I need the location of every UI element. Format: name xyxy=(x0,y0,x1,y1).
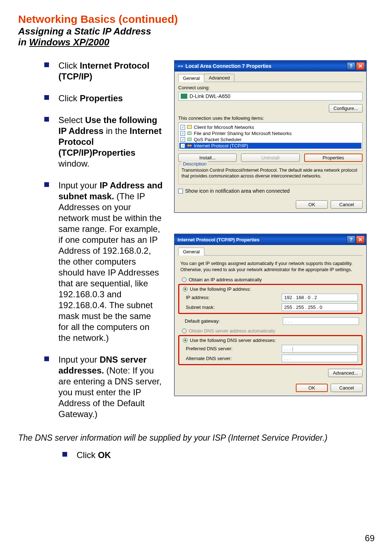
radio-label: Obtain DNS server address automatically xyxy=(189,328,275,334)
radio-label: Use the following DNS server addresses: xyxy=(190,338,276,343)
text: Select xyxy=(58,115,85,125)
uninstall-button[interactable]: Uninstall xyxy=(241,154,299,162)
list-item[interactable]: ✓ Client for Microsoft Networks xyxy=(179,124,362,130)
item-label: Client for Microsoft Networks xyxy=(194,125,254,130)
subnet-row: Subnet mask: 255 . 255 . 255 . 0 xyxy=(179,302,362,312)
tab-advanced[interactable]: Advanced xyxy=(204,74,234,82)
protocol-icon xyxy=(187,143,192,148)
subtitle-line-2-underlined: Windows XP/2000 xyxy=(29,37,109,48)
instruction-text: Click Properties xyxy=(58,93,123,104)
help-button[interactable]: ? xyxy=(347,236,355,244)
text: Click xyxy=(77,450,98,460)
help-button[interactable]: ? xyxy=(347,62,355,70)
text: Click xyxy=(58,93,80,103)
description-label: Description xyxy=(181,161,208,167)
install-button[interactable]: Install... xyxy=(178,154,237,162)
cancel-button[interactable]: Cancel xyxy=(331,200,363,209)
radio-label: Obtain an IP address automatically xyxy=(189,277,262,282)
adapter-icon xyxy=(181,94,187,99)
isp-note: The DNS server information will be suppl… xyxy=(18,433,377,443)
description-text: Transmission Control Protocol/Internet P… xyxy=(181,167,359,181)
instruction-text: Input your IP Address and subnet mask. (… xyxy=(58,180,163,343)
highlight-dns-section: Use the following DNS server addresses: … xyxy=(178,335,363,365)
show-icon-checkbox[interactable]: ✓ xyxy=(178,189,183,193)
alternate-dns-row: Alternate DNS server: . . . xyxy=(179,354,362,363)
local-area-connection-properties-window: Local Area Connection 7 Properties ? ✕ G… xyxy=(174,60,367,213)
radio-icon[interactable] xyxy=(182,277,187,282)
connect-using-label: Connect using: xyxy=(178,85,363,90)
alternate-dns-input[interactable]: . . . xyxy=(282,355,358,362)
ok-button[interactable]: OK xyxy=(296,384,328,392)
list-item[interactable]: ✓ File and Printer Sharing for Microsoft… xyxy=(179,130,362,136)
adapter-field: D-Link DWL-A650 xyxy=(178,92,363,101)
cancel-button[interactable]: Cancel xyxy=(331,384,363,392)
close-button[interactable]: ✕ xyxy=(356,236,365,244)
radio-use-following-ip[interactable]: Use the following IP address: xyxy=(179,286,362,293)
instruction-step-6: Click OK xyxy=(62,450,377,461)
page-title: Networking Basics (continued) xyxy=(18,13,377,25)
connection-items-list[interactable]: ✓ Client for Microsoft Networks ✓ File a… xyxy=(178,122,363,151)
tcpip-properties-window: Internet Protocol (TCP/IP) Properties ? … xyxy=(174,234,367,396)
ip-address-input[interactable]: 192 . 168 . 0 . 2 xyxy=(282,294,358,301)
svg-point-7 xyxy=(189,144,192,147)
tab-general[interactable]: General xyxy=(178,248,204,256)
configure-button[interactable]: Configure... xyxy=(329,104,363,113)
list-item-selected[interactable]: ✓ Internet Protocol (TCP/IP) xyxy=(179,143,362,149)
list-item[interactable]: ✓ QoS Packet Scheduler xyxy=(179,136,362,143)
subtitle-line-2-prefix: in xyxy=(18,37,29,48)
close-button[interactable]: ✕ xyxy=(356,62,365,70)
connection-icon xyxy=(177,63,183,69)
description-group: Description Transmission Control Protoco… xyxy=(178,164,363,185)
text: Input your xyxy=(58,355,99,364)
text: Click xyxy=(58,61,80,70)
radio-obtain-ip-auto[interactable]: Obtain an IP address automatically xyxy=(178,276,363,283)
text: Input your xyxy=(58,180,99,190)
radio-icon[interactable] xyxy=(183,287,188,291)
gateway-input[interactable]: . . . xyxy=(283,317,359,325)
bullet-icon xyxy=(44,182,49,187)
properties-button[interactable]: Properties xyxy=(304,154,363,162)
tab-bar: General xyxy=(178,247,363,256)
service-icon xyxy=(187,131,192,136)
item-label: File and Printer Sharing for Microsoft N… xyxy=(194,131,291,136)
show-icon-label: Show icon in notification area when conn… xyxy=(185,188,290,194)
tab-general[interactable]: General xyxy=(178,74,204,82)
ip-address-label: IP address: xyxy=(186,295,210,300)
page-subtitle: Assigning a Static IP Address in Windows… xyxy=(18,26,377,48)
window-title: Internet Protocol (TCP/IP) Properties xyxy=(177,237,260,242)
radio-obtain-dns-auto: Obtain DNS server address automatically xyxy=(178,327,363,334)
text: (The IP Addresses on your network must b… xyxy=(58,191,162,343)
bullet-icon xyxy=(62,452,67,457)
instruction-step-3: Select Use the following IP Address in t… xyxy=(44,115,163,169)
svg-rect-5 xyxy=(188,138,191,141)
subnet-input[interactable]: 255 . 255 . 255 . 0 xyxy=(282,303,358,311)
instruction-text: Click Internet Protocol (TCP/IP) xyxy=(58,60,163,82)
preferred-dns-input[interactable]: . . . | xyxy=(282,345,358,352)
checkbox-icon[interactable]: ✓ xyxy=(180,131,185,136)
window-title: Local Area Connection 7 Properties xyxy=(185,63,271,69)
service-icon xyxy=(187,137,192,142)
ok-button[interactable]: OK xyxy=(296,200,328,209)
window-titlebar[interactable]: Internet Protocol (TCP/IP) Properties ? … xyxy=(175,234,366,245)
checkbox-icon[interactable]: ✓ xyxy=(180,125,185,130)
bold-text: Properties xyxy=(80,93,123,103)
window-titlebar[interactable]: Local Area Connection 7 Properties ? ✕ xyxy=(175,61,366,72)
instruction-text: Select Use the following IP Address in t… xyxy=(58,115,163,169)
svg-point-6 xyxy=(187,144,189,147)
tab-bar: General Advanced xyxy=(178,74,363,82)
radio-use-following-dns[interactable]: Use the following DNS server addresses: xyxy=(179,337,362,344)
alternate-dns-label: Alternate DNS server: xyxy=(186,356,232,361)
screenshots-column: Local Area Connection 7 Properties ? ✕ G… xyxy=(174,60,370,430)
instruction-text: Click OK xyxy=(77,450,111,461)
checkbox-icon[interactable]: ✓ xyxy=(180,137,185,142)
ip-address-row: IP address: 192 . 168 . 0 . 2 xyxy=(179,293,362,302)
text: window. xyxy=(58,159,89,168)
checkbox-icon[interactable]: ✓ xyxy=(180,143,185,148)
gateway-row: Default gateway: . . . xyxy=(178,316,363,326)
radio-icon[interactable] xyxy=(183,338,188,343)
instruction-step-4: Input your IP Address and subnet mask. (… xyxy=(44,180,163,343)
client-icon xyxy=(187,125,192,130)
bullet-icon xyxy=(44,62,49,67)
advanced-button[interactable]: Advanced... xyxy=(328,369,363,377)
svg-rect-3 xyxy=(187,125,192,128)
